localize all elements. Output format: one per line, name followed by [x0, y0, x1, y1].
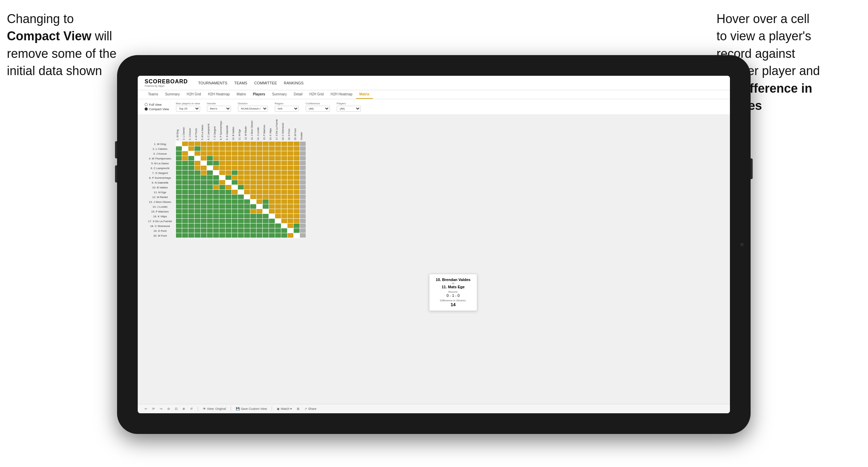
matrix-cell[interactable] [275, 175, 281, 180]
matrix-cell[interactable] [194, 233, 200, 238]
matrix-cell[interactable] [250, 165, 256, 170]
matrix-cell[interactable] [281, 151, 287, 156]
matrix-cell[interactable] [176, 156, 182, 160]
matrix-cell[interactable] [262, 175, 269, 180]
matrix-cell[interactable] [256, 180, 262, 185]
matrix-cell[interactable] [262, 146, 269, 151]
matrix-cell[interactable] [194, 189, 200, 194]
matrix-cell[interactable] [238, 223, 244, 228]
matrix-cell[interactable] [200, 146, 207, 151]
matrix-cell[interactable] [281, 170, 287, 175]
matrix-cell[interactable] [225, 146, 231, 151]
matrix-cell[interactable] [262, 199, 269, 204]
matrix-cell[interactable] [244, 185, 250, 189]
matrix-cell[interactable] [219, 199, 225, 204]
matrix-cell[interactable] [269, 189, 275, 194]
matrix-cell[interactable] [213, 189, 219, 194]
matrix-cell[interactable] [275, 228, 281, 233]
matrix-cell[interactable] [293, 180, 300, 185]
matrix-cell[interactable] [225, 228, 231, 233]
matrix-cell[interactable] [200, 204, 207, 209]
matrix-cell[interactable] [269, 185, 275, 189]
matrix-cell[interactable] [244, 189, 250, 194]
matrix-cell[interactable] [176, 151, 182, 156]
matrix-cell[interactable] [188, 160, 194, 165]
matrix-cell[interactable] [244, 199, 250, 204]
matrix-cell[interactable] [269, 228, 275, 233]
matrix-cell[interactable] [219, 151, 225, 156]
matrix-cell[interactable] [300, 214, 306, 218]
matrix-cell[interactable] [176, 214, 182, 218]
matrix-cell[interactable] [293, 194, 300, 199]
matrix-cell[interactable] [182, 180, 188, 185]
matrix-cell[interactable] [225, 204, 231, 209]
matrix-cell[interactable] [300, 141, 306, 146]
matrix-cell[interactable] [238, 199, 244, 204]
matrix-cell[interactable] [256, 160, 262, 165]
matrix-cell[interactable] [213, 170, 219, 175]
matrix-cell[interactable] [207, 233, 213, 238]
matrix-cell[interactable] [219, 223, 225, 228]
matrix-cell[interactable] [200, 180, 207, 185]
matrix-cell[interactable] [269, 209, 275, 214]
matrix-cell[interactable] [262, 141, 269, 146]
matrix-cell[interactable] [238, 204, 244, 209]
matrix-cell[interactable] [262, 160, 269, 165]
matrix-cell[interactable] [269, 160, 275, 165]
matrix-cell[interactable] [207, 189, 213, 194]
matrix-cell[interactable] [269, 151, 275, 156]
matrix-cell[interactable] [250, 156, 256, 160]
matrix-cell[interactable] [281, 175, 287, 180]
matrix-cell[interactable] [238, 170, 244, 175]
matrix-cell[interactable] [269, 204, 275, 209]
matrix-cell[interactable] [250, 189, 256, 194]
matrix-cell[interactable] [182, 218, 188, 223]
matrix-cell[interactable] [231, 204, 238, 209]
matrix-cell[interactable] [194, 194, 200, 199]
matrix-cell[interactable] [213, 185, 219, 189]
matrix-cell[interactable] [213, 233, 219, 238]
matrix-cell[interactable] [287, 233, 293, 238]
matrix-cell[interactable] [188, 218, 194, 223]
matrix-cell[interactable] [275, 194, 281, 199]
matrix-cell[interactable] [207, 223, 213, 228]
matrix-cell[interactable] [176, 160, 182, 165]
matrix-cell[interactable] [219, 189, 225, 194]
matrix-cell[interactable] [238, 160, 244, 165]
share-button[interactable]: ↗ Share [304, 407, 316, 411]
matrix-cell[interactable] [207, 214, 213, 218]
matrix-cell[interactable] [182, 194, 188, 199]
matrix-cell[interactable] [194, 175, 200, 180]
matrix-cell[interactable] [231, 170, 238, 175]
matrix-cell[interactable] [300, 146, 306, 151]
matrix-cell[interactable] [188, 204, 194, 209]
matrix-cell[interactable] [188, 199, 194, 204]
view-original-button[interactable]: 👁 View: Original [203, 407, 226, 411]
matrix-cell[interactable] [207, 156, 213, 160]
tab-matrix1[interactable]: Matrix [233, 90, 249, 99]
matrix-cell[interactable] [250, 233, 256, 238]
matrix-cell[interactable] [293, 185, 300, 189]
matrix-cell[interactable] [182, 175, 188, 180]
matrix-container[interactable]: 1. W Ding 2. L Clanton 3. J Koivun 4. M … [138, 115, 730, 404]
matrix-cell[interactable] [207, 175, 213, 180]
matrix-cell[interactable] [231, 146, 238, 151]
watch-button[interactable]: ◉ Watch ▾ [277, 407, 292, 411]
matrix-cell[interactable] [238, 185, 244, 189]
matrix-cell[interactable] [256, 175, 262, 180]
matrix-cell[interactable] [225, 233, 231, 238]
matrix-cell[interactable] [231, 214, 238, 218]
matrix-cell[interactable] [256, 194, 262, 199]
matrix-cell[interactable] [207, 204, 213, 209]
matrix-cell[interactable] [213, 160, 219, 165]
matrix-cell[interactable] [300, 180, 306, 185]
matrix-cell[interactable] [269, 233, 275, 238]
matrix-cell[interactable] [293, 170, 300, 175]
matrix-cell[interactable] [287, 160, 293, 165]
matrix-cell[interactable] [188, 209, 194, 214]
matrix-cell[interactable] [250, 214, 256, 218]
matrix-cell[interactable] [176, 209, 182, 214]
matrix-cell[interactable] [182, 156, 188, 160]
matrix-cell[interactable] [281, 185, 287, 189]
matrix-cell[interactable] [194, 218, 200, 223]
